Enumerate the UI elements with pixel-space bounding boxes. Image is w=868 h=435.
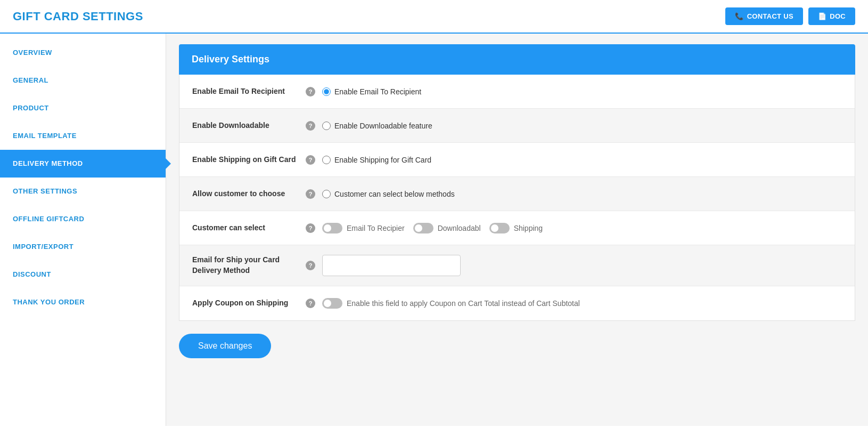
help-icon-enable-downloadable[interactable]: ? <box>306 121 315 131</box>
toggle-thumb-apply-coupon <box>324 300 331 307</box>
toggle-label-downloadable: Downloadabl <box>438 224 481 232</box>
sidebar-item-general[interactable]: GENERAL <box>0 67 166 94</box>
help-icon-apply-coupon[interactable]: ? <box>306 299 315 308</box>
help-icon-customer-select[interactable]: ? <box>306 223 315 233</box>
label-enable-downloadable: Enable Downloadable <box>192 120 299 131</box>
sidebar-item-overview[interactable]: OVERVIEW <box>0 39 166 67</box>
sidebar-item-thank-you-order[interactable]: THANK YOU ORDER <box>0 288 166 316</box>
sidebar-item-product[interactable]: PRODUCT <box>0 94 166 122</box>
radio-label-enable-email: Enable Email To Recipient <box>334 87 421 96</box>
control-customer-select: Email To Recipier Downloadabl <box>322 223 842 233</box>
radio-label-allow-choose: Customer can select below methods <box>334 190 455 198</box>
toggle-thumb-downloadable <box>415 224 422 232</box>
doc-icon: 📄 <box>818 12 826 20</box>
label-enable-shipping: Enable Shipping on Gift Card <box>192 155 299 165</box>
contact-us-button[interactable]: 📞 CONTACT US <box>725 7 803 25</box>
toggle-group-downloadable: Downloadabl <box>413 223 481 233</box>
main-content: Delivery Settings Enable Email To Recipi… <box>166 34 868 426</box>
radio-allow-choose[interactable]: Customer can select below methods <box>322 190 455 198</box>
row-apply-coupon: Apply Coupon on Shipping ? Enable this f… <box>179 286 855 320</box>
label-apply-coupon: Apply Coupon on Shipping <box>192 298 299 309</box>
toggle-shipping[interactable] <box>489 223 510 233</box>
control-email-ship <box>322 255 842 276</box>
sidebar-item-delivery-method[interactable]: DELIVERY METHOD <box>0 150 166 178</box>
toggle-label-shipping: Shipping <box>514 224 543 232</box>
radio-enable-email[interactable]: Enable Email To Recipient <box>322 87 421 96</box>
sidebar-item-email-template[interactable]: EMAIL TEMPLATE <box>0 122 166 150</box>
help-enable-email[interactable]: ? <box>303 87 318 96</box>
settings-container: Enable Email To Recipient ? Enable Email… <box>179 75 855 321</box>
help-icon-enable-shipping[interactable]: ? <box>306 155 315 165</box>
toggle-group-shipping: Shipping <box>489 223 543 233</box>
control-enable-downloadable: Enable Downloadable feature <box>322 122 842 130</box>
header-buttons: 📞 CONTACT US 📄 DOC <box>725 7 855 25</box>
radio-enable-shipping[interactable]: Enable Shipping for Gift Card <box>322 156 431 164</box>
save-section: Save changes <box>179 321 855 362</box>
toggle-group-apply-coupon: Enable this field to apply Coupon on Car… <box>322 298 580 309</box>
label-email-ship: Email for Ship your Card Delivery Method <box>192 255 299 276</box>
control-apply-coupon: Enable this field to apply Coupon on Car… <box>322 298 842 309</box>
layout: OVERVIEW GENERAL PRODUCT EMAIL TEMPLATE … <box>0 34 868 426</box>
help-icon-email-ship[interactable]: ? <box>306 261 315 270</box>
radio-input-enable-email[interactable] <box>322 87 331 96</box>
help-apply-coupon[interactable]: ? <box>303 299 318 308</box>
control-allow-choose: Customer can select below methods <box>322 190 842 198</box>
help-enable-shipping[interactable]: ? <box>303 155 318 165</box>
radio-input-enable-shipping[interactable] <box>322 156 331 164</box>
sidebar-item-discount[interactable]: DISCOUNT <box>0 261 166 288</box>
toggle-email[interactable] <box>322 223 342 233</box>
help-customer-select[interactable]: ? <box>303 223 318 233</box>
save-button[interactable]: Save changes <box>179 334 271 358</box>
radio-input-enable-downloadable[interactable] <box>322 122 331 130</box>
toggle-apply-coupon[interactable] <box>322 298 342 309</box>
email-ship-input[interactable] <box>322 255 461 276</box>
radio-label-enable-shipping: Enable Shipping for Gift Card <box>334 156 431 164</box>
control-enable-email: Enable Email To Recipient <box>322 87 842 96</box>
page-title: GIFT CARD SETTINGS <box>13 10 143 23</box>
radio-label-enable-downloadable: Enable Downloadable feature <box>334 122 432 130</box>
sidebar: OVERVIEW GENERAL PRODUCT EMAIL TEMPLATE … <box>0 34 166 426</box>
toggle-group-email: Email To Recipier <box>322 223 405 233</box>
header: GIFT CARD SETTINGS 📞 CONTACT US 📄 DOC <box>0 0 868 34</box>
sidebar-item-offline-giftcard[interactable]: OFFLINE GIFTCARD <box>0 205 166 233</box>
row-email-ship: Email for Ship your Card Delivery Method… <box>179 245 855 286</box>
help-icon-enable-email[interactable]: ? <box>306 87 315 96</box>
section-header: Delivery Settings <box>179 44 855 75</box>
toggle-thumb-shipping <box>491 224 498 232</box>
toggle-thumb-email <box>324 224 331 232</box>
row-enable-email: Enable Email To Recipient ? Enable Email… <box>179 75 855 109</box>
help-allow-choose[interactable]: ? <box>303 189 318 199</box>
row-allow-choose: Allow customer to choose ? Customer can … <box>179 177 855 211</box>
label-enable-email: Enable Email To Recipient <box>192 86 299 97</box>
radio-enable-downloadable[interactable]: Enable Downloadable feature <box>322 122 432 130</box>
control-enable-shipping: Enable Shipping for Gift Card <box>322 156 842 164</box>
phone-icon: 📞 <box>735 12 743 20</box>
radio-input-allow-choose[interactable] <box>322 190 331 198</box>
row-enable-shipping: Enable Shipping on Gift Card ? Enable Sh… <box>179 143 855 177</box>
row-customer-select: Customer can select ? Email To Recipier <box>179 211 855 245</box>
sidebar-item-other-settings[interactable]: OTHER SETTINGS <box>0 178 166 205</box>
help-email-ship[interactable]: ? <box>303 261 318 270</box>
help-enable-downloadable[interactable]: ? <box>303 121 318 131</box>
doc-button[interactable]: 📄 DOC <box>808 7 855 25</box>
row-enable-downloadable: Enable Downloadable ? Enable Downloadabl… <box>179 109 855 143</box>
label-customer-select: Customer can select <box>192 223 299 233</box>
sidebar-item-import-export[interactable]: IMPORT/EXPORT <box>0 233 166 261</box>
toggle-downloadable[interactable] <box>413 223 433 233</box>
label-allow-choose: Allow customer to choose <box>192 189 299 199</box>
help-icon-allow-choose[interactable]: ? <box>306 189 315 199</box>
toggle-label-apply-coupon: Enable this field to apply Coupon on Car… <box>347 299 580 308</box>
toggle-label-email: Email To Recipier <box>347 224 405 232</box>
